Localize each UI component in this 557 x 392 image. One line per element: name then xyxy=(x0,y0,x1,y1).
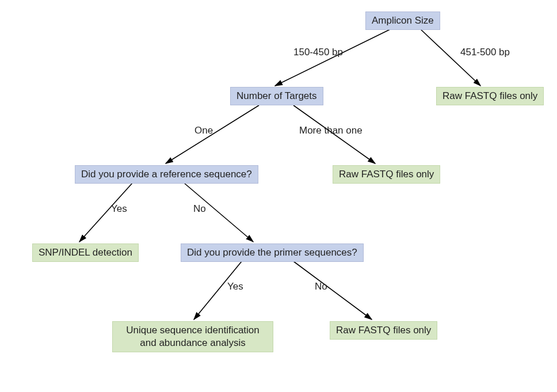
outcome-unique-sequence: Unique sequence identificationand abunda… xyxy=(112,321,273,352)
edge-label-no-primer: No xyxy=(315,281,327,292)
outcome-snp-indel: SNP/INDEL detection xyxy=(32,243,139,262)
edge-label-yes-ref: Yes xyxy=(111,203,127,215)
outcome-raw-fastq-mid: Raw FASTQ files only xyxy=(333,165,440,184)
svg-line-7 xyxy=(293,261,372,319)
edge-label-one: One xyxy=(194,125,213,136)
edge-label-150-450: 150-450 bp xyxy=(293,47,343,58)
edges-layer xyxy=(0,0,557,392)
outcome-raw-fastq-bottom: Raw FASTQ files only xyxy=(330,321,437,340)
node-number-of-targets: Number of Targets xyxy=(230,87,323,105)
edge-label-more-than-one: More than one xyxy=(299,125,363,136)
node-reference-sequence: Did you provide a reference sequence? xyxy=(75,165,258,184)
node-amplicon-size: Amplicon Size xyxy=(365,12,440,30)
edge-label-yes-primer: Yes xyxy=(227,281,243,292)
node-primer-sequences: Did you provide the primer sequences? xyxy=(181,243,364,262)
edge-label-451-500: 451-500 bp xyxy=(460,47,510,58)
edge-label-no-ref: No xyxy=(193,203,206,215)
outcome-raw-fastq-top: Raw FASTQ files only xyxy=(436,87,544,105)
